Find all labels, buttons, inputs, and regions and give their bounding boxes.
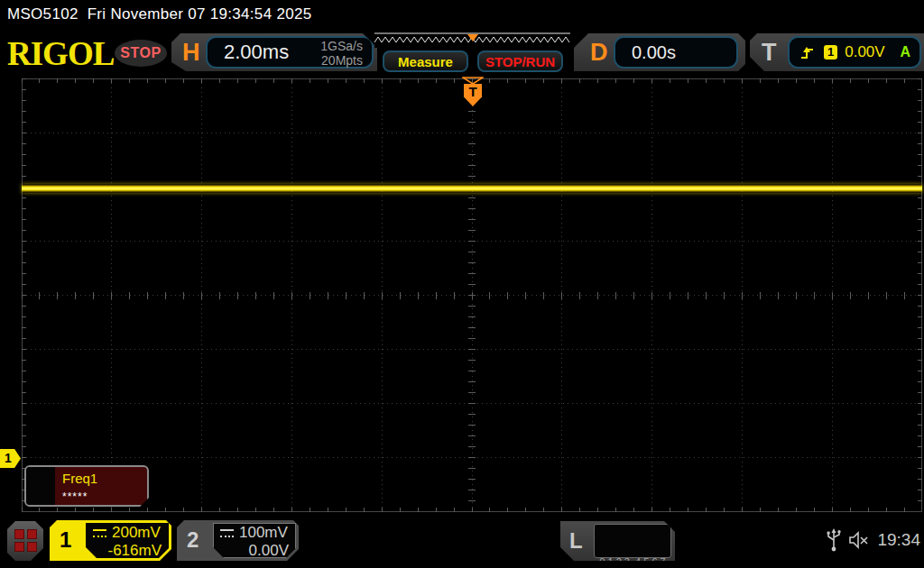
channel2-badge[interactable]: 2 100mV 0.00V xyxy=(177,520,299,561)
channel1-number: 1 xyxy=(60,527,71,553)
speaker-muted-icon xyxy=(848,530,870,550)
rigol-logo: RIGOL xyxy=(7,34,114,73)
measurement-value: ***** xyxy=(62,490,88,503)
status-tray: 19:34 xyxy=(827,527,920,553)
delay-settings-group[interactable]: D 0.00s xyxy=(574,33,745,71)
rising-edge-trigger-icon xyxy=(800,46,815,60)
measurement-result-box[interactable]: Freq1 ***** xyxy=(24,465,149,507)
logic-analyzer-badge[interactable]: L 0 1 2 3 4 5 6 7 8 9 1011 12131415 xyxy=(560,521,675,561)
model-and-datetime: MSO5102 Fri November 07 19:34:54 2025 xyxy=(7,5,311,23)
usb-icon xyxy=(827,527,841,553)
main-menu-button[interactable] xyxy=(7,521,43,561)
horizontal-settings-group[interactable]: H 2.00ms 1GSa/s 20Mpts xyxy=(171,33,377,71)
channel2-offset: 0.00V xyxy=(220,542,289,560)
acquisition-info: 1GSa/s 20Mpts xyxy=(320,39,363,68)
dc-coupling-icon xyxy=(220,529,234,537)
sweep-waveform-icon xyxy=(374,32,570,48)
graticule xyxy=(22,78,922,512)
channel1-offset: -616mV xyxy=(93,542,162,560)
trigger-label: T xyxy=(762,39,777,67)
trigger-position-icon xyxy=(462,77,484,85)
trigger-level-value: 0.00V xyxy=(845,43,884,61)
channel2-number: 2 xyxy=(187,527,199,553)
trigger-settings-group[interactable]: T 1 0.00V A xyxy=(750,33,924,71)
logic-channel-list: 0 1 2 3 4 5 6 7 8 9 1011 12131415 xyxy=(594,524,671,558)
acquisition-status-badge: STOP xyxy=(115,40,167,67)
stop-run-button[interactable]: STOP/RUN xyxy=(477,50,563,72)
channel1-badge[interactable]: 1 200mV -616mV xyxy=(50,520,171,561)
dc-coupling-icon xyxy=(93,529,106,537)
logic-analyzer-label: L xyxy=(569,528,583,554)
trigger-source-badge: 1 xyxy=(824,45,837,60)
measurement-box-strip xyxy=(26,467,55,505)
horizontal-label: H xyxy=(182,39,200,67)
measure-button[interactable]: Measure xyxy=(383,50,468,72)
trigger-sweep-mode: A xyxy=(900,44,910,60)
memory-depth: 20Mpts xyxy=(320,53,363,68)
channel1-scale: 200mV xyxy=(112,524,161,542)
memory-sweep-indicator xyxy=(374,32,570,48)
menu-grid-icon xyxy=(14,529,37,552)
channel1-position-marker[interactable]: 1 xyxy=(0,449,21,468)
clock: 19:34 xyxy=(877,530,920,550)
sample-rate: 1GSa/s xyxy=(320,39,363,53)
channel2-scale: 100mV xyxy=(239,524,288,542)
channel1-waveform-trace xyxy=(22,184,922,193)
measurement-name: Freq1 xyxy=(62,471,97,486)
delay-value: 0.00s xyxy=(632,42,676,63)
delay-label: D xyxy=(590,39,608,67)
logic-channels-row1: 0 1 2 3 4 5 6 7 xyxy=(595,555,670,568)
timebase-value: 2.00ms xyxy=(224,41,289,64)
oscilloscope-screen: MSO5102 Fri November 07 19:34:54 2025 RI… xyxy=(0,0,924,568)
grid-lines xyxy=(22,78,922,512)
